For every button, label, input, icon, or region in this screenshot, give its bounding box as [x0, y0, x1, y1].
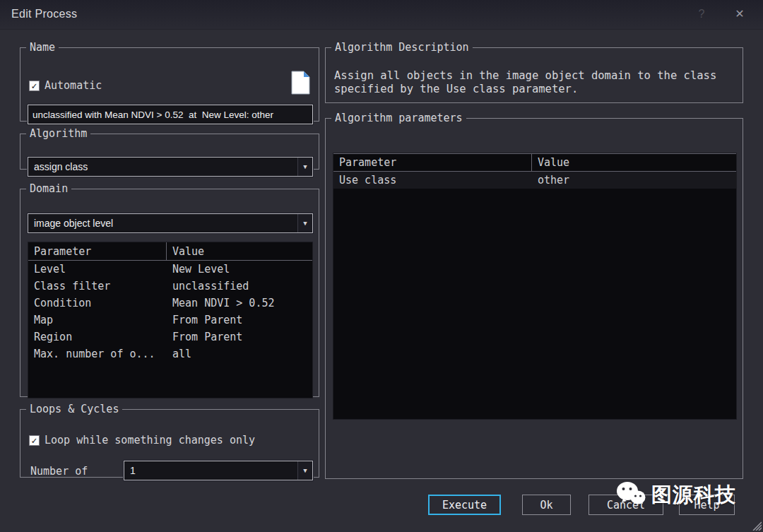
algorithm-description-group: Algorithm Description Assign all objects…: [325, 41, 743, 103]
domain-group-label: Domain: [26, 182, 71, 195]
domain-group: Domain image object level ▼ Parameter Va…: [20, 182, 319, 397]
name-group: Name ✓ Automatic: [20, 41, 319, 122]
edit-process-dialog: Edit Process ? ✕ Name ✓ Automatic Algori…: [0, 0, 763, 532]
cell-parameter: Condition: [28, 295, 167, 312]
checkmark-icon[interactable]: ✓: [29, 435, 40, 446]
close-icon[interactable]: ✕: [731, 6, 749, 23]
table-row[interactable]: Level New Level: [28, 261, 312, 278]
process-name-input[interactable]: [28, 105, 313, 124]
table-row[interactable]: Max. number of o... all: [28, 345, 312, 362]
column-header: Value: [167, 242, 210, 260]
loops-cycles-group: Loops & Cycles ✓ Loop while something ch…: [20, 403, 319, 478]
cancel-button[interactable]: Cancel: [588, 495, 663, 515]
algorithm-group-label: Algorithm: [26, 127, 90, 140]
domain-select[interactable]: image object level ▼: [28, 213, 313, 233]
cell-value: From Parent: [167, 329, 248, 345]
document-icon[interactable]: [291, 71, 310, 95]
automatic-checkbox-label: Automatic: [45, 79, 102, 92]
cell-value: unclassified: [167, 278, 254, 295]
cell-value: other: [532, 172, 575, 189]
algorithm-description-text: Assign all objects in the image object d…: [334, 69, 734, 96]
number-of-label: Number of: [30, 465, 88, 478]
table-row[interactable]: Map From Parent: [28, 312, 312, 329]
cell-value: From Parent: [167, 312, 248, 329]
table-header-row: Parameter Value: [333, 153, 736, 172]
algorithm-parameters-table: Parameter Value Use class other: [333, 153, 737, 420]
number-of-select-value: 1: [124, 461, 297, 480]
cell-parameter: Max. number of o...: [28, 345, 167, 362]
loop-while-checkbox[interactable]: ✓ Loop while something changes only: [29, 434, 255, 447]
cell-parameter: Region: [28, 329, 167, 345]
cell-value: all: [167, 345, 197, 362]
cell-value: Mean NDVI > 0.52: [167, 295, 280, 312]
algorithm-description-label: Algorithm Description: [331, 41, 473, 54]
loop-while-checkbox-label: Loop while something changes only: [45, 434, 255, 447]
resize-grip[interactable]: [750, 519, 762, 531]
cell-parameter: Use class: [333, 172, 532, 189]
algorithm-parameters-group: Algorithm parameters Parameter Value Use…: [325, 112, 743, 479]
column-header: Parameter: [333, 154, 532, 171]
ok-button[interactable]: Ok: [522, 495, 571, 515]
checkmark-icon[interactable]: ✓: [29, 81, 40, 91]
number-of-select[interactable]: 1 ▼: [124, 461, 313, 480]
title-bar: Edit Process ? ✕: [0, 0, 763, 30]
execute-button[interactable]: Execute: [428, 495, 501, 515]
chevron-down-icon: ▼: [297, 214, 312, 232]
table-row[interactable]: Use class other: [333, 172, 736, 189]
name-group-label: Name: [26, 41, 59, 54]
table-row[interactable]: Region From Parent: [28, 329, 312, 345]
algorithm-group: Algorithm assign class ▼: [20, 127, 319, 170]
help-icon[interactable]: ?: [692, 6, 711, 23]
help-button[interactable]: Help: [679, 495, 735, 515]
cell-parameter: Class filter: [28, 278, 167, 295]
table-row[interactable]: Condition Mean NDVI > 0.52: [28, 295, 312, 312]
table-row[interactable]: Class filter unclassified: [28, 278, 312, 295]
column-header: Parameter: [28, 242, 167, 260]
loops-cycles-group-label: Loops & Cycles: [26, 403, 122, 415]
automatic-checkbox[interactable]: ✓ Automatic: [29, 79, 102, 92]
cell-value: New Level: [167, 261, 235, 278]
column-header: Value: [532, 154, 575, 171]
table-header-row: Parameter Value: [28, 242, 312, 261]
chevron-down-icon: ▼: [297, 158, 312, 176]
algorithm-select-value: assign class: [28, 158, 297, 176]
cell-parameter: Map: [28, 312, 167, 329]
cell-parameter: Level: [28, 261, 167, 278]
domain-select-value: image object level: [28, 214, 297, 232]
algorithm-select[interactable]: assign class ▼: [28, 157, 313, 177]
window-title: Edit Process: [11, 8, 77, 20]
chevron-down-icon: ▼: [297, 461, 312, 480]
domain-parameter-table: Parameter Value Level New Level Class fi…: [28, 242, 313, 398]
algorithm-parameters-label: Algorithm parameters: [331, 112, 466, 124]
